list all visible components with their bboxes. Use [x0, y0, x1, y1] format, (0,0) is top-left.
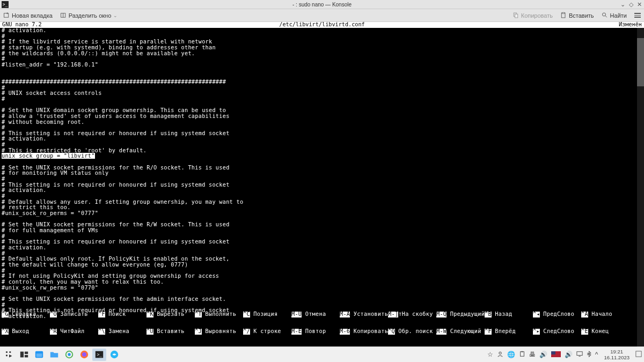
close-icon[interactable]: ✕: [637, 1, 642, 8]
shortcut-item: ^X Выход: [2, 329, 50, 335]
shortcut-item: ^Q Обр. поиск: [388, 329, 436, 335]
konsole-toolbar: Новая вкладка Разделить окно ⌄ Копироват…: [0, 9, 644, 22]
svg-line-10: [605, 16, 606, 17]
shortcut-item: ^T Выполнить: [195, 312, 243, 317]
editor-highlighted-line: unix_sock_group = "libvirt": [2, 153, 95, 159]
shortcut-item: ^\ Замена: [98, 329, 147, 335]
svg-rect-15: [20, 352, 24, 358]
tray-bluetooth-icon[interactable]: [587, 351, 591, 359]
svg-rect-19: [36, 353, 42, 357]
split-label: Разделить окно: [69, 12, 111, 19]
shortcut-item: M-E Повтор: [291, 329, 340, 335]
svg-point-21: [68, 353, 70, 356]
editor-text-pre: # activation. # # If the libvirtd servic…: [2, 27, 230, 153]
tray-volume-icon-2[interactable]: 🔊: [565, 351, 573, 358]
nano-modified-status: Изменён: [619, 22, 642, 28]
tray-globe-icon[interactable]: 🌐: [507, 351, 515, 358]
nano-header: GNU nano 7.2 /etc/libvirt/libvirtd.conf …: [0, 22, 644, 28]
copy-button[interactable]: Копировать: [513, 12, 553, 19]
shortcut-item: ^U Вставить: [147, 329, 195, 335]
minimize-icon[interactable]: ⌄: [620, 1, 625, 8]
shortcut-item: ^B Назад: [485, 312, 533, 317]
svg-rect-17: [25, 355, 28, 358]
search-icon: [602, 12, 608, 19]
tray-clipboard-icon[interactable]: [519, 351, 525, 359]
shortcut-item: M-] На скобку: [388, 312, 436, 317]
shortcut-item: M-6 Копировать: [340, 329, 388, 335]
paste-icon: [560, 12, 567, 19]
taskbar-app-3[interactable]: [62, 349, 76, 361]
shortcut-item: M-W Следующий: [436, 329, 485, 335]
svg-point-13: [6, 354, 8, 356]
window-title: - : sudo nano — Konsole: [292, 2, 352, 8]
tray-user-icon[interactable]: [497, 351, 503, 359]
clock-date: 16.11.2023: [604, 354, 630, 360]
app-icon: >_: [2, 1, 9, 8]
firefox-button[interactable]: [77, 349, 91, 361]
shortcut-item: ^K Вырезать: [147, 312, 195, 317]
system-clock[interactable]: 19:21 16.11.2023: [602, 349, 632, 360]
svg-rect-8: [562, 12, 565, 13]
tray-printer-icon[interactable]: 🖶: [529, 351, 536, 358]
tray-notification-icon[interactable]: ☆: [487, 351, 493, 358]
svg-rect-30: [577, 351, 582, 355]
shortcut-item: ^F Вперёд: [485, 329, 533, 335]
svg-text:>_: >_: [97, 352, 103, 357]
shortcut-item: ^▸ СледСлово: [533, 329, 581, 335]
svg-rect-6: [515, 14, 517, 18]
svg-rect-28: [520, 351, 524, 356]
menu-button[interactable]: [634, 13, 641, 18]
shortcut-item: M-Q Предыдущий: [436, 312, 485, 317]
show-desktop-button[interactable]: [635, 351, 642, 359]
copy-label: Копировать: [521, 12, 553, 19]
shortcut-item: ^C Позиция: [243, 312, 291, 317]
svg-rect-32: [636, 351, 641, 356]
taskview-button[interactable]: [17, 349, 31, 361]
shortcut-item: M-U Отмена: [291, 312, 340, 317]
svg-rect-0: [4, 13, 9, 18]
tray-display-icon[interactable]: [576, 351, 583, 359]
svg-point-23: [82, 352, 86, 357]
shortcut-item: ^G Справка: [2, 312, 50, 317]
svg-point-11: [6, 351, 8, 353]
svg-rect-29: [521, 351, 523, 352]
new-tab-icon: [3, 12, 10, 19]
split-icon: [60, 12, 67, 19]
svg-point-27: [499, 352, 501, 354]
tray-volume-icon-1[interactable]: 🔊: [539, 351, 547, 358]
new-tab-label: Новая вкладка: [12, 12, 53, 19]
terminal-area[interactable]: GNU nano 7.2 /etc/libvirt/libvirtd.conf …: [0, 22, 644, 346]
nano-filename: /etc/libvirt/libvirtd.conf: [279, 22, 364, 28]
shortcut-item: ^F Поиск: [98, 312, 147, 317]
taskbar-app-1[interactable]: [32, 349, 46, 361]
start-menu-button[interactable]: [2, 349, 16, 361]
taskbar-app-5[interactable]: [107, 349, 121, 361]
copy-icon: [513, 12, 519, 19]
svg-marker-14: [9, 354, 12, 357]
konsole-button[interactable]: >_: [92, 349, 106, 361]
tray-lang-flag-us[interactable]: [551, 351, 561, 358]
split-window-button[interactable]: Разделить окно ⌄: [60, 12, 118, 19]
window-titlebar: >_ - : sudo nano — Konsole ⌄ ◇ ✕: [0, 0, 644, 9]
scrollbar-thumb[interactable]: [637, 38, 644, 86]
file-manager-button[interactable]: [47, 349, 61, 361]
shortcut-item: ^A Начало: [581, 312, 630, 317]
shortcut-item: M-A Установить мет: [340, 312, 388, 317]
editor-content[interactable]: # activation. # # If the libvirtd servic…: [0, 28, 644, 319]
shortcut-item: ^/ К строке: [243, 329, 291, 335]
find-button[interactable]: Найти: [602, 12, 627, 19]
clock-time: 19:21: [604, 349, 630, 354]
paste-label: Вставить: [569, 12, 594, 19]
shortcut-item: ^O Записать: [50, 312, 98, 317]
svg-point-9: [602, 13, 605, 16]
new-tab-button[interactable]: Новая вкладка: [3, 12, 53, 19]
svg-point-12: [9, 351, 11, 353]
chevron-down-icon: ⌄: [113, 13, 118, 18]
editor-text-post: # Set the UNIX socket permissions for th…: [2, 165, 243, 319]
system-taskbar: >_ ☆ 🌐 🖶 🔊 🔊 ^ 19:21 16.11.2023: [0, 346, 644, 362]
shortcut-item: ^E Конец: [581, 329, 630, 335]
paste-button[interactable]: Вставить: [560, 12, 594, 19]
maximize-icon[interactable]: ◇: [629, 1, 633, 8]
shortcut-item: ^R ЧитФайл: [50, 329, 98, 335]
tray-expand-icon[interactable]: ^: [595, 351, 598, 358]
